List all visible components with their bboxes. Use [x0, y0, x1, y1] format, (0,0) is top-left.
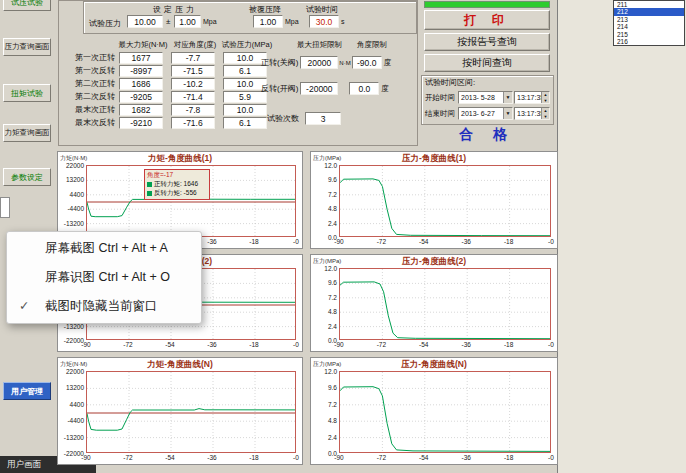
pressure-curve — [340, 179, 551, 236]
sidebar-item-torque-test[interactable]: 扭矩试验 — [3, 84, 51, 102]
y-tick-label: -13200 — [59, 434, 84, 441]
background-window — [557, 0, 686, 473]
y-tick-label: 12.0 — [312, 162, 337, 169]
sidebar: 试压试验压力查询画面扭矩试验力矩查询画面参数设定用户管理 — [0, 0, 54, 455]
edge-notch — [0, 197, 10, 218]
query-by-time-button[interactable]: 按时间查询 — [424, 54, 550, 72]
status-bar-green — [424, 1, 550, 8]
report-list-item[interactable]: 216 — [614, 38, 684, 45]
result-value-cell: -71.5 — [171, 65, 215, 77]
report-list-item[interactable]: 215 — [614, 31, 684, 38]
result-value-cell: -71.6 — [171, 117, 215, 129]
spinner-arrows-icon[interactable]: ▲▼ — [541, 92, 549, 103]
tooltip-row: 正转力矩: 1646 — [147, 180, 207, 189]
y-tick-label: 4.8 — [312, 417, 337, 424]
end-date-dropdown[interactable]: 2013- 6-27 ▼ — [458, 107, 513, 120]
x-tick-label: -18 — [498, 341, 520, 348]
x-tick-label: -18 — [243, 238, 265, 245]
x-tick-label: -72 — [370, 238, 392, 245]
x-tick-label: -0 — [540, 341, 562, 348]
x-tick-label: -90 — [75, 454, 97, 461]
y-tick-label: 13200 — [59, 384, 84, 391]
chart-plot-area — [339, 268, 551, 340]
report-list-item[interactable]: 211 — [614, 1, 684, 8]
tolerance-input[interactable]: 1.00 — [174, 15, 201, 28]
pressure-curve — [340, 282, 551, 339]
end-time-spinner[interactable]: 13:17:35 ▲▼ — [514, 107, 550, 120]
time-range-groupbox: 试验时间区间: 开始时间 2013- 5-28 ▼ 13:17:35 ▲▼ 结束… — [421, 75, 554, 125]
time-range-label: 试验时间区间: — [425, 77, 475, 88]
forward-torque-input[interactable]: 20000 — [300, 56, 338, 69]
x-tick-label: -0 — [540, 238, 562, 245]
sidebar-item-user-management[interactable]: 用户管理 — [3, 382, 51, 400]
time-unit-label: s — [341, 18, 345, 25]
tooltip-angle-value: 角度=-17 — [147, 171, 207, 180]
result-row-label: 最末次反转 — [61, 117, 115, 128]
pressure-curve — [340, 387, 551, 452]
y-tick-label: 12.0 — [312, 368, 337, 375]
test-pressure-input[interactable]: 10.00 — [127, 15, 163, 28]
start-date-dropdown[interactable]: 2013- 5-28 ▼ — [458, 91, 513, 104]
torque-limit-header: 最大扭矩限制 — [297, 40, 342, 50]
result-value-cell: -8997 — [119, 65, 163, 77]
chart-plot-area — [86, 371, 296, 453]
y-tick-label: 9.6 — [312, 279, 337, 286]
start-date-value: 2013- 5-28 — [461, 94, 495, 101]
reverse-torque-input[interactable]: -20000 — [300, 82, 338, 95]
y-tick-label: 2.4 — [312, 220, 337, 227]
spinner-arrows-icon[interactable]: ▲▼ — [541, 108, 549, 119]
print-button[interactable]: 打 印 — [424, 10, 550, 30]
report-list-item[interactable]: 214 — [614, 23, 684, 30]
result-value-cell: 10.0 — [223, 104, 267, 116]
x-tick-label: -18 — [498, 238, 520, 245]
reverse-angle-input[interactable]: 0.0 — [349, 82, 379, 95]
angle-unit-label-2: 度 — [381, 84, 389, 94]
menu-item-hide-window-on-capture[interactable]: ✓截图时隐藏当前窗口 — [7, 292, 201, 321]
reverse-limit-row: 反转(开阀) -20000 0.0 度 — [261, 82, 389, 95]
menu-item-screenshot[interactable]: 屏幕截图 Ctrl + Alt + A — [7, 234, 201, 263]
x-tick-label: -36 — [201, 238, 223, 245]
result-row-label: 第一次正转 — [61, 52, 115, 63]
user-screen-label[interactable]: 用户画面 — [7, 459, 41, 471]
chart-pressure-angle-2: 压力-角度曲线(2)压力(MPa)12.09.67.24.82.40.0-90-… — [310, 254, 558, 352]
x-tick-label: -90 — [328, 454, 350, 461]
dropdown-arrow-icon[interactable]: ▼ — [503, 108, 512, 119]
y-tick-label: -4400 — [59, 205, 84, 212]
x-tick-label: -54 — [413, 341, 435, 348]
query-panel: 打 印 按报告号查询 按时间查询 试验时间区间: 开始时间 2013- 5-28… — [420, 0, 556, 148]
x-tick-label: -72 — [117, 454, 139, 461]
dropdown-arrow-icon[interactable]: ▼ — [503, 92, 512, 103]
sidebar-item-parameter-settings[interactable]: 参数设定 — [3, 168, 51, 186]
sidebar-item-pressure-query[interactable]: 压力查询画面 — [3, 38, 51, 56]
result-row: 第一次反转-8997-71.56.1 — [61, 64, 275, 77]
x-tick-label: -18 — [498, 454, 520, 461]
report-list-item[interactable]: 212 — [614, 8, 684, 15]
angle-limit-header: 角度限制 — [357, 40, 387, 50]
results-column-header: 试验压力(MPa) — [221, 40, 273, 50]
result-row: 最末次反转-9210-71.66.1 — [61, 116, 275, 129]
report-list-item[interactable]: 213 — [614, 16, 684, 23]
x-tick-label: -18 — [243, 341, 265, 348]
pressure-drop-input[interactable]: 1.00 — [253, 15, 283, 28]
pass-result-label: 合 格 — [424, 126, 550, 144]
result-value-cell: 6.1 — [223, 117, 267, 129]
result-value-cell: -9205 — [119, 91, 163, 103]
test-count-input[interactable]: 3 — [305, 112, 341, 125]
test-pressure-label: 试验压力 — [89, 18, 121, 29]
test-time-input[interactable]: 30.0 — [309, 15, 339, 28]
test-count-label: 试验次数 — [267, 113, 299, 124]
report-number-list: 211212213214215216 — [613, 0, 685, 46]
x-tick-label: -90 — [75, 341, 97, 348]
result-value-cell: -9210 — [119, 117, 163, 129]
y-tick-label: 2.4 — [312, 323, 337, 330]
sidebar-item-torque-query[interactable]: 力矩查询画面 — [3, 124, 51, 142]
query-by-report-button[interactable]: 按报告号查询 — [424, 33, 550, 51]
result-row-label: 第二次反转 — [61, 91, 115, 102]
forward-angle-input[interactable]: -90.0 — [352, 56, 382, 69]
sidebar-item-pressure-test[interactable]: 试压试验 — [3, 0, 51, 11]
x-tick-label: -36 — [201, 341, 223, 348]
y-tick-label: 9.6 — [312, 176, 337, 183]
y-tick-label: 7.2 — [312, 191, 337, 198]
menu-item-screen-recognize[interactable]: 屏幕识图 Ctrl + Alt + O — [7, 263, 201, 292]
start-time-spinner[interactable]: 13:17:35 ▲▼ — [514, 91, 550, 104]
